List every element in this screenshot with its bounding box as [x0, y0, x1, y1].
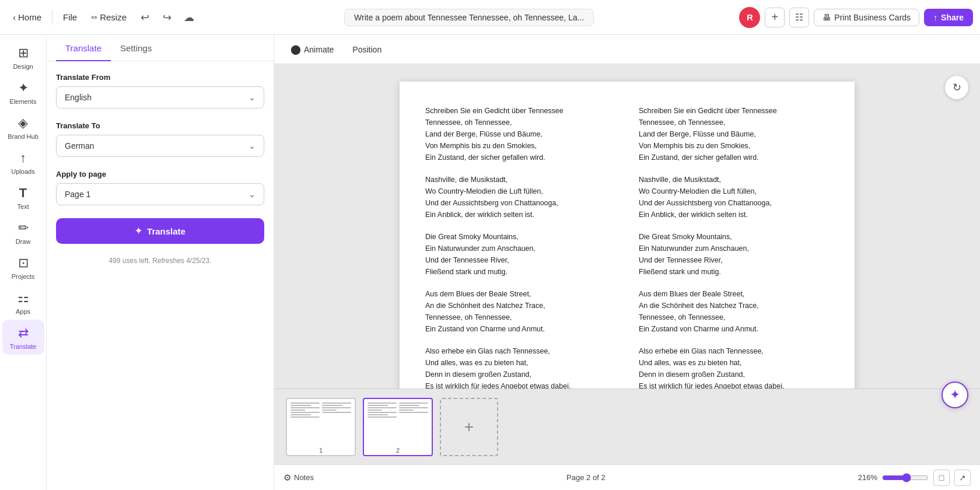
fit-page-button[interactable]: □	[933, 470, 950, 486]
stanza-5-col2: Also erhebe ein Glas nach Tennessee, Und…	[639, 345, 829, 388]
apps-icon: ⚏	[18, 290, 29, 306]
poem-line: Wo Country-Melodien die Luft füllen,	[425, 186, 615, 197]
add-collaborator-button[interactable]: +	[765, 8, 785, 27]
save-cloud-button[interactable]: ☁	[179, 8, 199, 27]
thumb-line	[322, 412, 351, 413]
poem-line: Land der Berge, Flüsse und Bäume,	[639, 128, 829, 140]
page-thumbnail-1[interactable]: 1	[286, 398, 356, 456]
sidebar-item-label: Brand Hub	[8, 133, 38, 140]
notes-label: Notes	[294, 473, 314, 482]
poem-line: Und der Aussichtsberg von Chattanooga,	[425, 197, 615, 209]
redo-button[interactable]: ↪	[157, 8, 177, 27]
home-label: Home	[18, 12, 41, 22]
left-sidebar: ⊞ Design ✦ Elements ◈ Brand Hub ↑ Upload…	[0, 35, 47, 490]
poem-line: Schreiben Sie ein Gedicht über Tennessee	[639, 105, 829, 117]
animate-button[interactable]: ⬤ Animate	[284, 40, 341, 58]
share-button[interactable]: ↑ Share	[924, 9, 973, 26]
notes-icon: ⚙	[284, 473, 291, 483]
chevron-down-icon: ⌄	[249, 141, 256, 150]
thumb-line	[368, 414, 388, 415]
sidebar-item-translate[interactable]: ⇄ Translate	[2, 320, 44, 355]
brand-hub-icon: ◈	[18, 116, 28, 131]
sidebar-item-projects[interactable]: ⊡ Projects	[2, 250, 44, 285]
sidebar-item-draw[interactable]: ✏ Draw	[2, 215, 44, 250]
poem-line: Wo Country-Melodien die Luft füllen,	[639, 186, 829, 197]
thumb-number: 2	[396, 447, 400, 454]
divider	[52, 10, 52, 24]
apply-to-page-label: Apply to page	[56, 170, 264, 178]
poem-line: Tennessee, oh Tennessee,	[639, 312, 829, 323]
thumb-line	[290, 414, 311, 415]
stanza-4-col1: Aus dem Blues der Beale Street, An die S…	[425, 288, 615, 335]
sidebar-item-text[interactable]: T Text	[2, 180, 44, 215]
file-button[interactable]: File	[57, 9, 83, 26]
poem-line: An die Schönheit des Natchez Trace,	[639, 300, 829, 312]
page-thumbnail-2[interactable]: 2	[363, 398, 433, 456]
fullscreen-button[interactable]: ↗	[954, 470, 971, 486]
sidebar-item-elements[interactable]: ✦ Elements	[2, 75, 44, 110]
resize-button[interactable]: ⇔ Resize	[85, 9, 132, 26]
sidebar-item-design[interactable]: ⊞ Design	[2, 40, 44, 75]
document-title[interactable]: Write a poem about Tennessee Tennessee, …	[344, 9, 594, 26]
magic-button[interactable]: ✦	[942, 382, 968, 388]
sidebar-item-brand-hub[interactable]: ◈ Brand Hub	[2, 110, 44, 145]
page-indicator: Page 2 of 2	[566, 473, 606, 482]
thumb-col	[368, 402, 397, 452]
user-avatar[interactable]: R	[739, 7, 760, 28]
position-button[interactable]: Position	[345, 41, 388, 58]
thumb-col	[399, 402, 428, 452]
thumb-line	[368, 407, 397, 408]
poem-line: Ein Naturwunder zum Anschauen,	[425, 243, 615, 254]
print-button[interactable]: 🖶 Print Business Cards	[814, 9, 919, 26]
refresh-button[interactable]: ↻	[945, 76, 968, 99]
thumb-line	[322, 405, 342, 406]
poem-column-1: Schreiben Sie ein Gedicht über Tennessee…	[425, 105, 615, 388]
poem-line: Aus dem Blues der Beale Street,	[639, 288, 829, 300]
thumb-line	[399, 412, 428, 413]
status-bar: ⚙ Notes Page 2 of 2 216% □ ↗	[274, 464, 980, 490]
poem-line: Nashville, die Musikstadt,	[425, 174, 615, 186]
zoom-slider[interactable]	[882, 473, 929, 482]
notes-button[interactable]: ⚙ Notes	[284, 473, 314, 483]
draw-icon: ✏	[18, 220, 29, 236]
thumb-line	[399, 402, 428, 404]
canvas-scroll[interactable]: Schreiben Sie ein Gedicht über Tennessee…	[274, 64, 980, 388]
sidebar-item-apps[interactable]: ⚏ Apps	[2, 285, 44, 320]
thumb-line	[368, 412, 397, 413]
poem-line: Denn in diesem großen Zustand,	[425, 369, 615, 380]
poem-line: Ein Zustand von Charme und Anmut.	[639, 323, 829, 335]
poem-line: Land der Berge, Flüsse und Bäume,	[425, 128, 615, 140]
page-thumbnails: 1	[274, 388, 980, 464]
panel-tabs: Translate Settings	[47, 35, 274, 61]
undo-button[interactable]: ↩	[135, 8, 155, 27]
translate-action-button[interactable]: ✦ Translate	[56, 218, 264, 244]
poem-line: Es ist wirklich für jedes Angebot etwas …	[425, 380, 615, 388]
thumb-line	[399, 405, 419, 406]
thumb-col	[290, 402, 320, 452]
home-button[interactable]: ‹ Home	[7, 9, 47, 26]
poem-line: Ein Anblick, der wirklich selten ist.	[639, 209, 829, 220]
apply-to-page-select[interactable]: Page 1 ⌄	[56, 183, 264, 205]
thumb-line	[322, 410, 337, 411]
stanza-4-col2: Aus dem Blues der Beale Street, An die S…	[639, 288, 829, 335]
translate-from-select[interactable]: English ⌄	[56, 86, 264, 108]
poem-line: Und alles, was es zu bieten hat,	[425, 357, 615, 369]
sidebar-item-label: Apps	[16, 308, 30, 315]
poem-line: Fließend stark und mutig.	[639, 266, 829, 278]
panel-body: Translate From English ⌄ Translate To Ge…	[47, 61, 274, 276]
sidebar-item-label: Translate	[10, 343, 36, 350]
tab-translate[interactable]: Translate	[56, 35, 111, 61]
chevron-down-icon: ⌄	[249, 190, 256, 199]
tab-settings[interactable]: Settings	[111, 35, 161, 61]
translate-to-select[interactable]: German ⌄	[56, 135, 264, 157]
poem-line: Tennessee, oh Tennessee,	[639, 117, 829, 128]
translate-sparkle-icon: ✦	[135, 226, 142, 236]
thumb-col	[322, 402, 351, 452]
add-page-button[interactable]: +	[440, 398, 498, 456]
stanza-3-col1: Die Great Smoky Mountains, Ein Naturwund…	[425, 231, 615, 278]
thumb-line	[399, 410, 414, 411]
sidebar-item-label: Projects	[12, 273, 35, 280]
sidebar-item-uploads[interactable]: ↑ Uploads	[2, 145, 44, 180]
apply-to-page-value: Page 1	[65, 190, 90, 199]
stats-button[interactable]: ☷	[789, 8, 809, 27]
